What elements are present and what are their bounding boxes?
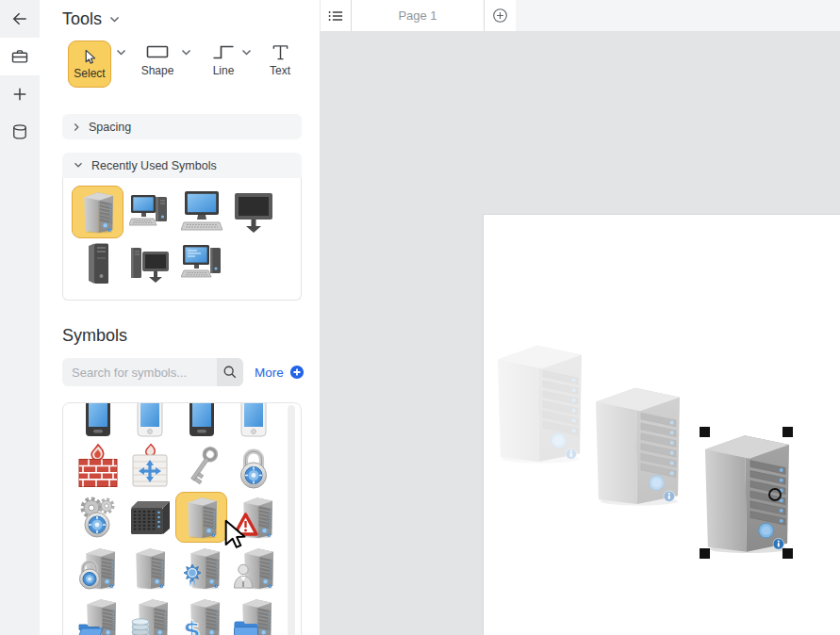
symbols-more-link[interactable]: More <box>255 365 305 380</box>
symbol-phone-white[interactable] <box>227 402 279 441</box>
tool-select-label: Select <box>74 67 105 80</box>
symbol-server-database[interactable] <box>124 594 175 635</box>
tool-shape[interactable]: Shape <box>139 42 176 78</box>
symbols-scrollbar[interactable] <box>288 405 295 635</box>
back-arrow-icon <box>10 9 29 28</box>
symbols-heading: Symbols <box>62 326 302 346</box>
symbol-server-folder[interactable] <box>227 594 279 635</box>
database-icon <box>10 122 29 141</box>
symbol-server-admin[interactable] <box>227 543 279 594</box>
back-button[interactable] <box>0 0 40 38</box>
symbol-server-badge[interactable] <box>175 543 227 594</box>
symbol-tower-pc[interactable] <box>72 238 124 291</box>
symbol-search-input[interactable] <box>62 358 217 386</box>
symbol-server-tower[interactable] <box>72 186 124 238</box>
symbol-search-button[interactable] <box>217 358 243 386</box>
symbol-monitor[interactable] <box>227 186 279 238</box>
tool-select[interactable]: Select <box>68 41 111 88</box>
symbol-firewall-route[interactable] <box>124 441 175 492</box>
tool-text[interactable]: Text <box>261 42 299 78</box>
list-icon <box>327 8 344 24</box>
section-recently-used-label: Recently Used Symbols <box>91 159 217 172</box>
symbol-pc-blue-screen[interactable] <box>175 238 227 291</box>
symbol-search-row: More <box>62 358 302 386</box>
symbol-server-tower[interactable] <box>175 492 227 543</box>
add-page-icon <box>492 8 508 24</box>
chevron-down-icon <box>109 16 120 24</box>
app-root: Tools Select Shape Line <box>0 0 840 635</box>
line-dropdown-chevron[interactable] <box>241 49 252 57</box>
symbol-padlock[interactable] <box>227 441 279 492</box>
connection-point-ring[interactable] <box>768 488 782 501</box>
selection-handle[interactable] <box>700 427 710 437</box>
shape-icon <box>146 43 169 60</box>
shape-dropdown-chevron[interactable] <box>181 49 191 57</box>
page-list-button[interactable] <box>321 0 351 31</box>
section-spacing-label: Spacing <box>89 121 131 134</box>
search-icon <box>222 365 238 380</box>
left-rail <box>0 0 40 635</box>
tool-line[interactable]: Line <box>205 42 242 78</box>
symbol-server-dollar[interactable] <box>175 594 227 635</box>
canvas-area: Page 1 <box>320 0 840 635</box>
symbol-key[interactable] <box>175 441 227 492</box>
tools-title: Tools <box>62 9 102 29</box>
pointer-icon <box>82 49 98 65</box>
symbol-server-warning[interactable] <box>227 492 279 543</box>
symbol-rack-switch[interactable] <box>124 492 175 543</box>
symbol-phone-dark[interactable] <box>72 402 124 441</box>
symbol-pc-with-monitor[interactable] <box>124 238 175 291</box>
recently-used-card <box>62 178 302 301</box>
symbol-phone-white[interactable] <box>124 402 175 441</box>
tool-text-label: Text <box>270 64 290 77</box>
symbol-desktop-pc[interactable] <box>124 186 175 238</box>
chevron-right-icon <box>74 122 80 132</box>
text-icon <box>272 43 289 61</box>
tools-toolbar: Select Shape Line Text <box>62 41 302 99</box>
symbols-card <box>62 402 302 635</box>
shapes-layer <box>320 32 840 635</box>
select-dropdown-chevron[interactable] <box>116 49 126 57</box>
more-label: More <box>255 366 284 380</box>
canvas-shape-server-lg[interactable] <box>593 382 682 507</box>
selection-handle[interactable] <box>700 548 710 559</box>
selection-handle[interactable] <box>782 548 793 559</box>
symbol-gears-lock[interactable] <box>72 492 124 543</box>
recently-used-grid <box>63 178 301 291</box>
line-icon <box>212 43 235 60</box>
symbol-server-plain[interactable] <box>124 543 175 594</box>
symbol-phone-dark[interactable] <box>175 402 227 441</box>
rail-item-toolbox[interactable] <box>0 38 40 75</box>
symbol-workstation[interactable] <box>175 186 227 238</box>
plus-icon <box>10 85 29 104</box>
add-symbols-icon <box>289 365 305 380</box>
page-tabbar: Page 1 <box>320 0 840 32</box>
selection-handle[interactable] <box>782 427 793 437</box>
tool-shape-label: Shape <box>141 64 174 77</box>
canvas-shape-server-lg[interactable] <box>495 339 584 464</box>
section-recently-used[interactable]: Recently Used Symbols <box>62 153 302 178</box>
page-tab-label: Page 1 <box>398 8 436 23</box>
tools-header[interactable]: Tools <box>62 9 302 29</box>
page-tab[interactable]: Page 1 <box>351 0 485 31</box>
symbol-firewall[interactable] <box>72 441 124 492</box>
section-spacing[interactable]: Spacing <box>62 114 302 139</box>
briefcase-icon <box>10 47 29 66</box>
symbols-grid <box>63 402 301 635</box>
tools-panel: Tools Select Shape Line <box>40 0 320 635</box>
rail-item-add[interactable] <box>0 75 40 113</box>
tool-line-label: Line <box>213 64 235 77</box>
add-page-button[interactable] <box>485 0 516 31</box>
rail-item-data[interactable] <box>0 113 40 151</box>
symbol-server-lock[interactable] <box>72 543 124 594</box>
symbol-server-folder-open[interactable] <box>72 594 124 635</box>
chevron-down-icon <box>74 162 83 169</box>
drawing-canvas[interactable] <box>320 32 840 635</box>
